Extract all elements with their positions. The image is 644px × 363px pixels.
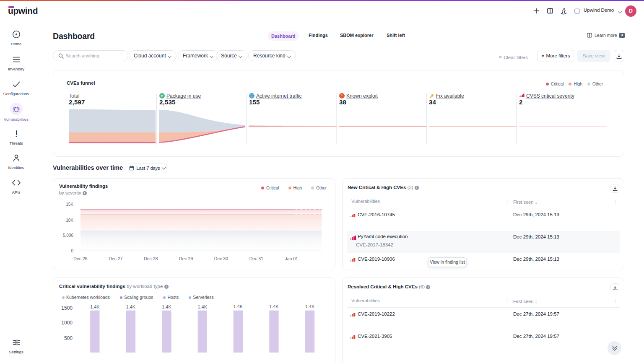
svg-text:Dec 27: Dec 27 bbox=[109, 256, 122, 261]
svg-text:Dec 26: Dec 26 bbox=[73, 256, 87, 261]
svg-text:Jan 01: Jan 01 bbox=[285, 256, 298, 261]
svg-text:15K: 15K bbox=[66, 202, 73, 207]
svg-text:Dec 29: Dec 29 bbox=[179, 256, 193, 261]
svg-text:1.4K: 1.4K bbox=[269, 304, 279, 309]
svg-text:5,000: 5,000 bbox=[63, 233, 73, 238]
svg-text:1500: 1500 bbox=[61, 305, 73, 311]
svg-text:Dec 31: Dec 31 bbox=[249, 256, 263, 261]
svg-text:0: 0 bbox=[71, 249, 73, 253]
svg-text:Dec 30: Dec 30 bbox=[214, 256, 228, 261]
svg-text:1.4K: 1.4K bbox=[162, 304, 171, 309]
svg-text:1.4K: 1.4K bbox=[305, 304, 315, 309]
svg-text:1.4K: 1.4K bbox=[197, 304, 207, 309]
svg-text:1.4K: 1.4K bbox=[90, 304, 100, 309]
svg-text:1.4K: 1.4K bbox=[126, 304, 136, 309]
svg-text:1000: 1000 bbox=[61, 320, 73, 326]
svg-text:Dec 28: Dec 28 bbox=[144, 256, 158, 261]
svg-text:500: 500 bbox=[64, 335, 73, 341]
svg-text:1.4K: 1.4K bbox=[233, 304, 243, 309]
svg-text:10K: 10K bbox=[66, 218, 73, 223]
